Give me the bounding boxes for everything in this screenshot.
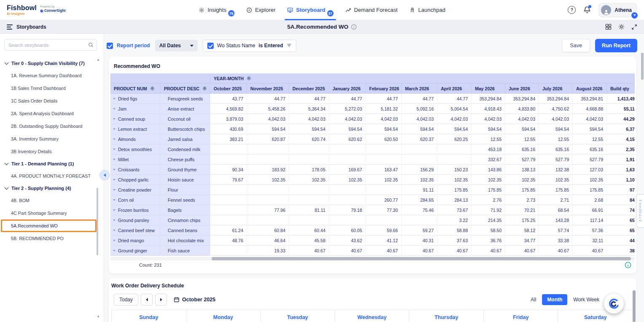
nav-item-explorer[interactable]: Explorer (246, 0, 275, 20)
year-month-group-header[interactable]: YEAR-MONTH (210, 73, 635, 84)
content-scroll-thumb[interactable] (633, 290, 636, 322)
storyboards-menu-icon[interactable] (7, 24, 13, 30)
sidebar-group-tier-1-demand-planning-1[interactable]: Tier 1 - Demand Planning (1) (0, 158, 104, 170)
product-num-cell[interactable]: Corn oil (110, 195, 160, 205)
sidebar-collapse-handle[interactable] (99, 170, 110, 180)
column-header-october-2025[interactable]: October 2025 (210, 84, 247, 94)
product-num-cell[interactable]: Almonds (110, 134, 160, 144)
product-desc-cell[interactable]: Fennel seeds (160, 195, 210, 205)
product-desc-cell[interactable]: Hoisin sauce (160, 175, 210, 185)
report-period-checkbox[interactable] (107, 43, 113, 49)
expand-icon[interactable] (631, 24, 637, 30)
product-desc-cell[interactable]: Ground thyme (160, 165, 210, 175)
sidebar-scroll-down-icon[interactable]: ▼ (97, 315, 100, 319)
brand-logo[interactable]: Fishbowl AI Insights Powered by ConverSi… (7, 5, 65, 16)
sidebar-scrollbar[interactable] (97, 188, 98, 255)
product-num-cell[interactable]: Ground parsley (110, 215, 160, 225)
user-dropdown-badge[interactable] (631, 11, 639, 19)
nav-item-launchpad[interactable]: Launchpad (409, 0, 445, 20)
filter-funnel-icon[interactable] (287, 43, 292, 48)
column-header-product-desc[interactable]: PRODUCT DESC (160, 84, 210, 94)
report-period-select[interactable]: All Dates (155, 40, 198, 51)
product-num-cell[interactable]: Canned soup (110, 114, 160, 124)
product-num-cell[interactable]: Detox smoothies (110, 144, 160, 154)
product-num-cell[interactable]: Dried figs (110, 94, 160, 104)
sidebar-item-5b-recommended-po[interactable]: 5B. RECOMMENDED PO (0, 232, 104, 245)
sidebar-group-tier-0-supply-chain-visibility-7[interactable]: Tier 0 - Supply Chain Visibility (7) (0, 57, 104, 69)
sidebar-item-1a-revenue-summary-dashboard[interactable]: 1A. Revenue Summary Dashboard (0, 69, 104, 82)
product-desc-cell[interactable]: Hot chocolate mix (160, 235, 210, 246)
user-menu[interactable]: Athena (598, 3, 637, 17)
product-desc-cell[interactable]: Anise extract (160, 104, 210, 114)
layout-grid-icon[interactable] (605, 24, 612, 30)
column-header-may-2026[interactable]: May 2026 (471, 84, 505, 94)
column-header-june-2026[interactable]: June 2026 (505, 84, 539, 94)
sidebar-item-4a-product-monthly-forecast[interactable]: 4A. PRODUCT MONTHLY FORECAST (0, 170, 104, 182)
column-header-november-2025[interactable]: November 2025 (247, 84, 289, 94)
product-num-cell[interactable]: Frozen burritos (110, 205, 160, 215)
column-header-december-2025[interactable]: December 2025 (289, 84, 329, 94)
save-button[interactable]: Save (562, 39, 590, 52)
product-desc-cell[interactable]: Cheese puffs (160, 154, 210, 165)
today-button[interactable]: Today (114, 294, 138, 306)
column-header-february-2026[interactable]: February 2026 (365, 84, 401, 94)
sidebar-group-tier-2-supply-planning-4[interactable]: Tier 2 - Supply Planning (4) (0, 182, 104, 194)
prev-month-button[interactable] (141, 294, 153, 306)
notifications-bell-icon[interactable] (583, 6, 591, 14)
product-num-cell[interactable]: Dried mango (110, 235, 160, 246)
nav-item-insights[interactable]: Insights75 (199, 0, 234, 20)
column-header-build-qty[interactable]: Build qty (606, 84, 635, 94)
product-desc-cell[interactable]: Coconut oil (160, 114, 210, 124)
column-header-product-num[interactable]: PRODUCT NUM (110, 84, 160, 94)
page-scroll-thumb[interactable] (641, 53, 644, 80)
info-icon[interactable] (351, 24, 357, 30)
next-month-button[interactable] (155, 294, 167, 306)
gear-icon[interactable] (618, 24, 625, 30)
run-report-button[interactable]: Run Report (595, 39, 637, 52)
column-header-april-2026[interactable]: April 2026 (437, 84, 471, 94)
sidebar-item-1b-sales-trend-dashboard[interactable]: 1B Sales Trend Dashboard (0, 82, 104, 95)
sidebar-item-3b-inventory-details[interactable]: 3B Inventory Details (0, 145, 104, 158)
product-num-cell[interactable]: Ground ginger (110, 246, 160, 256)
sidebar-item-1c-sales-order-details[interactable]: 1C Sales Order Details (0, 95, 104, 107)
chat-assistant-button[interactable] (604, 294, 624, 314)
product-num-cell[interactable]: Millet (110, 154, 160, 165)
h-scroll-thumb[interactable] (212, 257, 631, 260)
column-header-august-2026[interactable]: August 2026 (572, 84, 606, 94)
help-icon[interactable]: ? (568, 6, 576, 14)
sidebar-item-5a-recommended-wo[interactable]: 5A.Recommended WO (1, 219, 97, 232)
product-desc-cell[interactable]: Bagels (160, 205, 210, 215)
product-desc-cell[interactable]: Fenugreek seeds (160, 94, 210, 104)
wo-status-checkbox[interactable] (207, 43, 214, 49)
product-num-cell[interactable]: Jam (110, 104, 160, 114)
product-desc-cell[interactable]: Fish sauce (160, 246, 210, 256)
nav-item-storyboard[interactable]: Storyboard37 (287, 0, 333, 20)
sidebar-item-4c-part-shortage-summary[interactable]: 4C Part Shortage Summary (0, 207, 104, 219)
product-num-cell[interactable]: Chopped garlic (110, 175, 160, 185)
product-desc-cell[interactable]: Cinnamon chips (160, 215, 210, 225)
search-input[interactable] (4, 39, 97, 51)
product-desc-cell[interactable]: Jarred salsa (160, 134, 210, 144)
product-num-cell[interactable]: Croissants (110, 165, 160, 175)
view-button-all[interactable]: All (527, 294, 539, 305)
column-header-january-2026[interactable]: January 2026 (329, 84, 365, 94)
sidebar-item-4b-bom[interactable]: 4B. BOM (0, 194, 104, 207)
column-header-march-2026[interactable]: March 2026 (401, 84, 437, 94)
table-info-icon[interactable] (625, 262, 631, 268)
wo-status-filter-chip[interactable]: Wo Status Name is Entered (203, 40, 296, 52)
product-num-cell[interactable]: Creatine powder (110, 185, 160, 195)
sidebar-item-2b-outstanding-supply-dashboard[interactable]: 2B. Outstanding Supply Dashboard (0, 120, 104, 133)
nav-item-demand-forecast[interactable]: Demand Forecast (345, 0, 397, 20)
product-desc-cell[interactable]: Condensed milk (160, 144, 210, 154)
product-desc-cell[interactable]: Canned beans (160, 225, 210, 235)
column-header-july-2026[interactable]: July 2026 (539, 84, 572, 94)
product-desc-cell[interactable]: Flour (160, 185, 210, 195)
product-num-cell[interactable]: Canned beef stew (110, 225, 160, 235)
product-desc-cell[interactable]: Butterscotch chips (160, 124, 210, 134)
sidebar-scroll-up-icon[interactable]: ▲ (97, 58, 100, 62)
search-icon[interactable] (88, 42, 94, 48)
sidebar-item-2a-spend-analysis-dashboard[interactable]: 2A. Spend Analysis Dashboard (0, 107, 104, 120)
product-num-cell[interactable]: Lemon extract (110, 124, 160, 134)
view-button-work-week[interactable]: Work Week (570, 294, 603, 305)
view-button-month[interactable]: Month (542, 294, 567, 305)
